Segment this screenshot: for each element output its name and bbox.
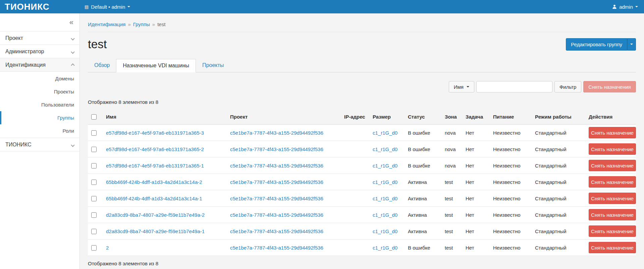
project-link[interactable]: c5e1be7a-7787-4f43-a155-29d94492f536 <box>230 245 323 251</box>
unassign-button[interactable]: Снять назначение <box>589 242 636 253</box>
table-row: d2a83cd9-8ba7-4807-a29e-f59e11b7e49a-2c5… <box>88 207 636 223</box>
flavor-link[interactable]: c1_r1G_d0 <box>373 228 397 234</box>
tab-overview[interactable]: Обзор <box>88 59 116 72</box>
instance-link[interactable]: e57df98d-e167-4e5f-97a6-eb131971a365-1 <box>106 163 204 169</box>
instance-link[interactable]: 2 <box>106 245 109 251</box>
cell-name: d2a83cd9-8ba7-4807-a29e-f59e11b7e49a-2 <box>103 207 227 223</box>
cell-zone: nova <box>441 157 462 174</box>
cell-zone: test <box>441 190 462 207</box>
row-checkbox[interactable] <box>91 180 97 185</box>
cell-size: c1_r1G_d0 <box>369 190 405 207</box>
breadcrumb: Идентификация»Группы»test <box>88 13 636 32</box>
flavor-link[interactable]: c1_r1G_d0 <box>373 245 397 251</box>
flavor-link[interactable]: c1_r1G_d0 <box>373 146 397 152</box>
context-label: Default • admin <box>91 4 125 10</box>
context-switcher[interactable]: ▤ Default • admin <box>85 4 130 10</box>
caret-down-icon <box>127 6 130 7</box>
cell-mode: Стандартный <box>532 207 585 223</box>
grid-icon: ▤ <box>85 4 89 9</box>
chevron-shape <box>71 63 74 67</box>
flavor-link[interactable]: c1_r1G_d0 <box>373 179 397 185</box>
project-link[interactable]: c5e1be7a-7787-4f43-a155-29d94492f536 <box>230 146 323 152</box>
row-checkbox[interactable] <box>91 130 97 136</box>
flavor-link[interactable]: c1_r1G_d0 <box>373 163 397 169</box>
cell-name: e57df98d-e167-4e5f-97a6-eb131971a365-3 <box>103 125 227 141</box>
unassign-button[interactable]: Снять назначение <box>589 127 636 138</box>
flavor-link[interactable]: c1_r1G_d0 <box>373 130 397 136</box>
edit-group-dropdown-toggle[interactable] <box>627 38 636 51</box>
breadcrumb-link[interactable]: Идентификация <box>88 21 125 27</box>
cell-task: Нет <box>462 157 490 174</box>
flavor-link[interactable]: c1_r1G_d0 <box>373 196 397 201</box>
unassign-button[interactable]: Снять назначение <box>589 176 636 188</box>
cell-size: c1_r1G_d0 <box>369 207 405 223</box>
sidebar-section-identity[interactable]: Идентификация <box>0 58 79 72</box>
sidebar-collapse-button[interactable]: « <box>69 19 73 26</box>
row-checkbox[interactable] <box>91 147 97 152</box>
cell-task: Нет <box>462 240 490 256</box>
tab-projects[interactable]: Проекты <box>196 59 230 72</box>
instance-link[interactable]: e57df98d-e167-4e5f-97a6-eb131971a365-3 <box>106 130 204 136</box>
filter-field-label: Имя <box>454 84 464 89</box>
brand-logo[interactable]: ТИОНИКС <box>0 2 80 12</box>
filter-input[interactable] <box>476 81 552 92</box>
filter-field-button[interactable]: Имя <box>449 81 474 92</box>
row-checkbox[interactable] <box>91 212 97 218</box>
sidebar-section-tionix[interactable]: ТИОНИКС <box>0 138 79 151</box>
cell-zone: test <box>441 207 462 223</box>
user-menu[interactable]: admin <box>612 4 644 10</box>
instance-link[interactable]: 65bb469f-424b-4dff-a1d3-4a2d41a3c14a-1 <box>106 196 202 201</box>
project-link[interactable]: c5e1be7a-7787-4f43-a155-29d94492f536 <box>230 179 323 185</box>
unassign-button[interactable]: Снять назначение <box>589 225 636 237</box>
cell-mode: Стандартный <box>532 125 585 141</box>
cell-name: 65bb469f-424b-4dff-a1d3-4a2d41a3c14a-1 <box>103 190 227 207</box>
cell-select <box>88 141 103 157</box>
chevron-down-icon <box>71 35 74 41</box>
select-all-checkbox[interactable] <box>91 114 97 120</box>
tab-vdi[interactable]: Назначенные VDI машины <box>116 59 196 72</box>
row-checkbox[interactable] <box>91 229 97 234</box>
cell-mode: Стандартный <box>532 190 585 207</box>
instance-link[interactable]: 65bb469f-424b-4dff-a1d3-4a2d41a3c14a-2 <box>106 179 202 185</box>
project-link[interactable]: c5e1be7a-7787-4f43-a155-29d94492f536 <box>230 212 323 218</box>
unassign-button[interactable]: Снять назначение <box>589 160 636 171</box>
cell-power: Неизвестно <box>490 190 532 207</box>
sidebar-item-groups[interactable]: Группы <box>0 111 79 124</box>
instance-link[interactable]: d2a83cd9-8ba7-4807-a29e-f59e11b7e49a-1 <box>106 228 205 234</box>
cell-project: c5e1be7a-7787-4f43-a155-29d94492f536 <box>227 125 341 141</box>
cell-name: 2 <box>103 240 227 256</box>
sidebar-section-project[interactable]: Проект <box>0 31 79 45</box>
instance-link[interactable]: e57df98d-e167-4e5f-97a6-eb131971a365-2 <box>106 146 204 152</box>
cell-mode: Стандартный <box>532 157 585 174</box>
project-link[interactable]: c5e1be7a-7787-4f43-a155-29d94492f536 <box>230 163 323 169</box>
filter-button[interactable]: Фильтр <box>554 81 581 92</box>
cell-zone: test <box>441 174 462 190</box>
cell-select <box>88 125 103 141</box>
sidebar-item-users[interactable]: Пользователи <box>0 98 79 111</box>
row-checkbox[interactable] <box>91 163 97 169</box>
sidebar-section-label: ТИОНИКС <box>5 142 31 148</box>
edit-group-button[interactable]: Редактировать группу <box>566 38 627 51</box>
sidebar-item-domains[interactable]: Домены <box>0 72 79 85</box>
sidebar-section-admin[interactable]: Администратор <box>0 45 79 58</box>
unassign-button[interactable]: Снять назначение <box>589 143 636 155</box>
row-checkbox[interactable] <box>91 196 97 201</box>
cell-zone: test <box>441 240 462 256</box>
unassign-button[interactable]: Снять назначение <box>589 209 636 220</box>
project-link[interactable]: c5e1be7a-7787-4f43-a155-29d94492f536 <box>230 130 323 136</box>
project-link[interactable]: c5e1be7a-7787-4f43-a155-29d94492f536 <box>230 196 323 201</box>
unassign-button[interactable]: Снять назначение <box>589 193 636 204</box>
flavor-link[interactable]: c1_r1G_d0 <box>373 212 397 218</box>
cell-mode: Стандартный <box>532 240 585 256</box>
cell-actions: Снять назначение <box>585 174 636 190</box>
cell-select <box>88 240 103 256</box>
sidebar-item-projects[interactable]: Проекты <box>0 85 79 98</box>
sidebar-item-roles[interactable]: Роли <box>0 124 79 137</box>
breadcrumb-link[interactable]: Группы <box>133 21 150 27</box>
cell-task: Нет <box>462 190 490 207</box>
project-link[interactable]: c5e1be7a-7787-4f43-a155-29d94492f536 <box>230 228 323 234</box>
table-row: e57df98d-e167-4e5f-97a6-eb131971a365-3c5… <box>88 125 636 141</box>
instance-link[interactable]: d2a83cd9-8ba7-4807-a29e-f59e11b7e49a-2 <box>106 212 205 218</box>
row-checkbox[interactable] <box>91 245 97 251</box>
bulk-unassign-button[interactable]: Снять назначения <box>583 81 636 92</box>
